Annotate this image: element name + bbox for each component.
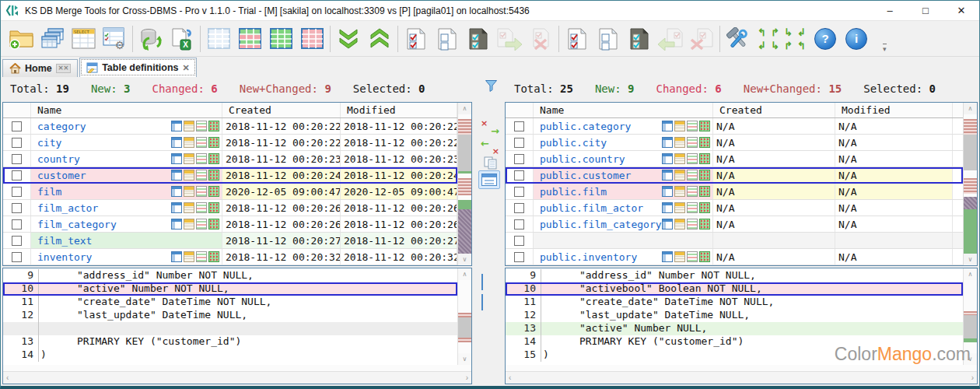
- data-grid-icon[interactable]: [208, 186, 219, 197]
- table-name-link[interactable]: film: [37, 186, 171, 198]
- header-created[interactable]: Created: [222, 103, 341, 117]
- row-checkbox[interactable]: [514, 121, 524, 131]
- scroll-up-icon[interactable]: ∧: [458, 268, 471, 280]
- select-data-icon[interactable]: [674, 251, 685, 262]
- row-checkbox[interactable]: [12, 170, 22, 180]
- select-data-icon[interactable]: [674, 219, 685, 230]
- invert-selection-right-icon[interactable]: [624, 23, 655, 54]
- right-grid-scrollbar[interactable]: ∧ ∨: [963, 103, 977, 265]
- code-line[interactable]: 11 "create_date" DateTime NOT NULL,: [506, 296, 963, 309]
- script-compare-icon[interactable]: [481, 275, 483, 289]
- header-checkbox-col[interactable]: [506, 103, 534, 117]
- export-excel-icon[interactable]: X: [166, 23, 198, 54]
- select-data-icon[interactable]: [184, 153, 194, 164]
- row-checkbox[interactable]: [514, 252, 524, 262]
- code-line-added[interactable]: 13 "active" Number NULL,: [506, 322, 963, 335]
- data-diff-icon[interactable]: [687, 202, 698, 213]
- open-project-icon[interactable]: [5, 23, 37, 54]
- script-merge-icon[interactable]: [481, 295, 483, 310]
- select-data-icon[interactable]: [184, 121, 194, 131]
- table-name-link[interactable]: public.customer: [540, 170, 662, 181]
- row-checkbox[interactable]: [514, 219, 524, 230]
- row-checkbox[interactable]: [12, 252, 22, 262]
- select-data-icon[interactable]: [674, 170, 685, 180]
- filter-all-tables-icon[interactable]: [203, 23, 234, 54]
- definition-script-toggle-selected[interactable]: [478, 170, 500, 189]
- data-grid-icon[interactable]: [208, 137, 219, 148]
- table-name-link[interactable]: customer: [37, 170, 171, 181]
- table-name-link[interactable]: public.country: [540, 153, 662, 165]
- table-definition-icon[interactable]: [662, 170, 673, 180]
- select-data-icon[interactable]: [674, 121, 685, 131]
- data-diff-icon[interactable]: [196, 186, 207, 197]
- header-name[interactable]: Name: [534, 103, 713, 117]
- data-grid-icon[interactable]: [699, 251, 710, 262]
- table-row-film[interactable]: film 2020-12-05 09:00:47 2020-12-05 09:0…: [3, 184, 457, 200]
- select-data-icon[interactable]: [184, 251, 194, 262]
- table-definition-icon[interactable]: [171, 153, 182, 164]
- filter-icon[interactable]: [485, 79, 498, 92]
- nav-last-bottom-icon[interactable]: ↰: [795, 39, 808, 52]
- select-data-icon[interactable]: [184, 186, 194, 197]
- scroll-down-icon[interactable]: ∨: [458, 353, 471, 365]
- row-checkbox[interactable]: [514, 138, 524, 148]
- table-row-missing[interactable]: [506, 233, 963, 249]
- data-diff-icon[interactable]: [196, 251, 207, 262]
- data-grid-icon[interactable]: [699, 153, 710, 164]
- filter-removed-tables-icon[interactable]: [296, 23, 327, 54]
- scroll-right-icon[interactable]: ›: [971, 373, 974, 382]
- expand-all-icon[interactable]: [333, 23, 364, 54]
- table-definition-icon[interactable]: [662, 137, 673, 148]
- scroll-up-icon[interactable]: ∧: [964, 103, 977, 114]
- data-diff-icon[interactable]: [196, 219, 207, 230]
- options-tools-icon[interactable]: [723, 23, 754, 54]
- data-diff-icon[interactable]: [687, 137, 698, 148]
- table-options-icon[interactable]: ⚙: [99, 23, 130, 54]
- table-definition-icon[interactable]: [662, 202, 673, 213]
- table-definition-icon[interactable]: [662, 251, 673, 262]
- table-row-public-city[interactable]: public.city N/A N/A: [506, 135, 963, 151]
- data-grid-icon[interactable]: [699, 202, 710, 213]
- close-button[interactable]: ✕: [943, 1, 979, 20]
- code-line-changed-selected[interactable]: 10 "activebool" Boolean NOT NULL,: [506, 282, 963, 296]
- header-modified[interactable]: Modified: [341, 103, 457, 117]
- collapse-all-icon[interactable]: [364, 23, 395, 54]
- table-name-link[interactable]: public.city: [540, 137, 662, 149]
- table-name-link[interactable]: category: [37, 121, 171, 132]
- invert-selection-left-icon[interactable]: [463, 23, 494, 54]
- table-name-link[interactable]: public.inventory: [540, 251, 662, 263]
- scroll-left-icon[interactable]: ‹: [509, 373, 511, 382]
- filter-changed-tables-icon[interactable]: [234, 23, 265, 54]
- left-grid-scrollbar[interactable]: ∧ ∨: [457, 103, 471, 265]
- discard-selected-right-icon[interactable]: [686, 23, 717, 54]
- table-definition-icon[interactable]: [171, 121, 182, 131]
- code-line[interactable]: 12 "last_update" DateTime NULL,: [3, 309, 457, 322]
- right-code-hscrollbar[interactable]: ‹ ›: [506, 371, 977, 384]
- uncheck-all-left-icon[interactable]: [432, 23, 463, 54]
- table-name-link[interactable]: city: [37, 137, 171, 149]
- table-definition-icon[interactable]: [171, 170, 182, 180]
- table-row-category[interactable]: category 2018-11-12 00:20:22 2018-11-12 …: [3, 118, 457, 135]
- filter-new-tables-icon[interactable]: [265, 23, 296, 54]
- nav-first-top-icon[interactable]: ↰: [755, 26, 768, 39]
- data-grid-icon[interactable]: [208, 153, 219, 164]
- nav-next-bottom-icon[interactable]: ↱: [782, 39, 795, 52]
- data-grid-icon[interactable]: [699, 219, 710, 230]
- row-checkbox[interactable]: [514, 187, 524, 197]
- table-name-link[interactable]: film_text: [37, 235, 222, 247]
- nav-last-top-icon[interactable]: ↲: [795, 26, 808, 39]
- table-definition-icon[interactable]: [662, 219, 673, 230]
- data-diff-icon[interactable]: [687, 251, 698, 262]
- data-grid-icon[interactable]: [208, 202, 219, 213]
- nav-first-bottom-icon[interactable]: ↲: [755, 39, 768, 52]
- select-data-icon[interactable]: [184, 202, 194, 213]
- table-definition-icon[interactable]: [171, 186, 182, 197]
- data-diff-icon[interactable]: [196, 153, 207, 164]
- refresh-database-icon[interactable]: [135, 23, 166, 54]
- header-created[interactable]: Created: [713, 103, 835, 117]
- data-grid-icon[interactable]: [208, 170, 219, 180]
- data-grid-icon[interactable]: [699, 170, 710, 180]
- row-checkbox[interactable]: [12, 203, 22, 213]
- nav-prev-top-icon[interactable]: ↱: [768, 26, 782, 39]
- nav-prev-bottom-icon[interactable]: ↳: [768, 39, 782, 52]
